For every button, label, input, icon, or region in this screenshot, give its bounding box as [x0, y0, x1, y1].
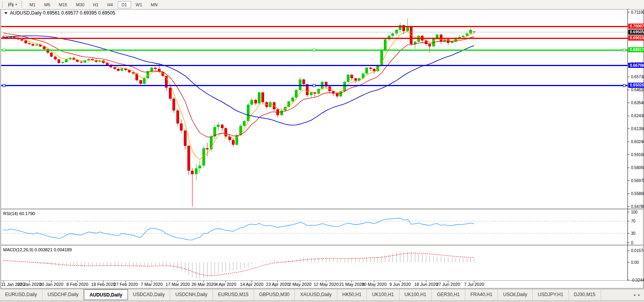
bear-candle [447, 39, 450, 43]
price-tick-label: 0.63540 [631, 101, 644, 105]
bull-candle [247, 105, 250, 121]
bear-candle [425, 41, 427, 44]
bull-candle [35, 44, 38, 46]
bull-candle [150, 68, 153, 71]
line-drag-handle[interactable] [313, 49, 315, 52]
macd-tick-label: 0.015741 [631, 249, 644, 253]
bear-candle [354, 78, 357, 81]
bull-candle [469, 30, 472, 33]
timeframe-button-mn[interactable]: MN [147, 1, 161, 8]
macd-tick-label: -0.02441 [631, 278, 644, 282]
timeframe-button-d1[interactable]: D1 [118, 1, 131, 8]
bear-candle [169, 88, 172, 98]
timeframe-button-h4[interactable]: H4 [103, 1, 117, 8]
date-tick-label: 7 Jul 2020 [464, 282, 484, 287]
tab-uk100-h1[interactable]: UK100,H1 [367, 289, 399, 300]
rsi-tick-label: 70 [631, 219, 636, 223]
line-drag-handle[interactable] [3, 49, 5, 52]
bull-candle [291, 98, 294, 102]
line-drag-handle[interactable] [313, 85, 315, 87]
bear-candle [80, 62, 83, 63]
bull-candle [451, 42, 453, 43]
chevron-down-icon[interactable]: ▾ [15, 3, 17, 6]
tab-fra40-h1[interactable]: FRA40,H1 [465, 289, 498, 300]
price-badge-label: 0.68017 [630, 48, 644, 52]
bull-candle [436, 35, 439, 38]
bear-candle [54, 57, 57, 60]
bear-candle [154, 68, 157, 69]
tab-scroll-left-icon[interactable]: ◂ [633, 293, 635, 297]
tab-audusd-daily[interactable]: AUDUSD,Daily [84, 289, 128, 300]
tab-usdjpy-h1[interactable]: USDJPY,H1 [533, 289, 568, 300]
bull-candle [391, 33, 394, 36]
toolbar-grip [2, 2, 4, 7]
bull-candle [280, 110, 283, 115]
line-drag-handle[interactable] [3, 85, 5, 87]
bear-candle [224, 128, 227, 136]
bull-candle [61, 62, 64, 63]
bull-candle [399, 25, 402, 30]
price-badge-label: 0.66706 [630, 63, 644, 68]
tab-gbpusd-m30[interactable]: GBPUSD,M30 [254, 289, 295, 300]
tab-usdchf-daily[interactable]: USDCHF,Daily [43, 289, 84, 300]
chart-canvas[interactable]: 0.711900.700800.689700.679200.668400.657… [0, 0, 644, 302]
bear-candle [31, 44, 34, 46]
bear-candle [336, 94, 339, 96]
bull-candle [343, 82, 346, 91]
bull-candle [65, 59, 68, 62]
bear-candle [20, 39, 23, 41]
date-tick-label: 17 Mar 2020 [166, 282, 190, 287]
tab-eurusd-daily[interactable]: EURUSD,Daily [0, 289, 43, 300]
timeframe-button-w1[interactable]: W1 [132, 1, 146, 8]
bull-candle [250, 100, 253, 105]
rsi-tick-label: 0 [631, 241, 633, 245]
timeframe-toolbar: ▾ M1M5M15M30H1H4D1W1MN [0, 0, 644, 9]
tab-usdcnh-daily[interactable]: USDCNH,Daily [170, 289, 213, 300]
tab-hk50-h1[interactable]: HK50,H1 [337, 289, 367, 300]
tab-xauusd-daily[interactable]: XAUUSD,Daily [295, 289, 337, 300]
tab-usoil-daily[interactable]: USOil,Daily [498, 289, 533, 300]
bear-candle [187, 146, 190, 171]
bear-candle [313, 92, 316, 94]
timeframe-button-m5[interactable]: M5 [40, 1, 54, 8]
tab-uk100-h1[interactable]: UK100,H1 [400, 289, 432, 300]
bear-candle [221, 125, 224, 128]
line-drag-handle[interactable] [623, 49, 625, 52]
bull-candle [120, 68, 123, 71]
bear-candle [106, 63, 109, 65]
bear-candle [254, 100, 257, 103]
bear-candle [57, 59, 60, 63]
bull-candle [310, 92, 313, 95]
tab-ger30-h1[interactable]: GER30,H1 [432, 289, 465, 300]
tab-dj30-m15[interactable]: DJ30,M15 [569, 289, 601, 300]
tab-eurusd-m15[interactable]: EURUSD,M15 [213, 289, 254, 300]
timeframe-button-h1[interactable]: H1 [89, 1, 102, 8]
bear-candle [24, 41, 27, 43]
bear-candle [261, 92, 264, 102]
price-tick-label: 0.55860 [631, 192, 644, 196]
date-tick-label: 9 Jun 2020 [389, 282, 411, 287]
toolbar-grip [21, 2, 23, 7]
bear-candle [180, 123, 183, 131]
bull-candle [143, 78, 146, 84]
chart-title: AUDUSD,Daily 0.69561 0.69577 0.69395 0.6… [10, 10, 115, 16]
bull-candle [347, 75, 350, 82]
tab-scroll-right-icon[interactable]: ▸ [638, 293, 640, 297]
line-drag-handle[interactable] [623, 85, 625, 87]
bear-candle [139, 80, 142, 84]
price-tick-label: 0.54780 [631, 204, 644, 209]
date-tick-label: 27 Feb 2020 [114, 282, 138, 287]
price-tick-label: 0.59160 [631, 153, 644, 157]
price-tick-label: 0.65730 [631, 75, 644, 79]
tab-usdcad-daily[interactable]: USDCAD,Daily [128, 289, 170, 300]
timeframe-button-m1[interactable]: M1 [26, 1, 39, 8]
date-tick-label: 8 Feb 2020 [67, 282, 89, 287]
candlestick-chart-icon[interactable] [7, 2, 14, 7]
chart-window[interactable] [1, 9, 643, 288]
date-tick-label: 4 Apr 2020 [215, 282, 236, 287]
timeframe-button-m30[interactable]: M30 [72, 1, 88, 8]
timeframe-button-m15[interactable]: M15 [55, 1, 71, 8]
rsi-label: RSI(14) 60.1790 [3, 211, 35, 216]
bear-candle [428, 44, 431, 46]
date-tick-label: 12 May 2020 [314, 282, 339, 287]
